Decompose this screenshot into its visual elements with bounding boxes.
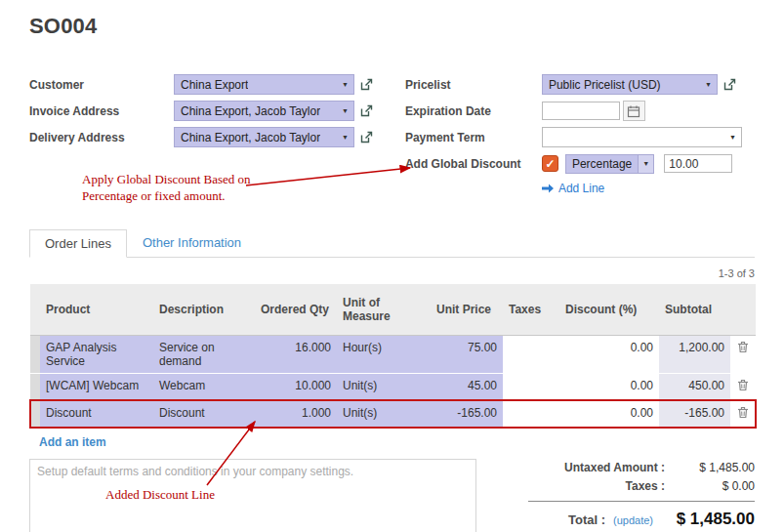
field-payment-term: Payment Term ▼ (405, 127, 755, 147)
delivery-address-value: China Export, Jacob Taylor (181, 131, 320, 144)
invoice-address-select[interactable]: China Export, Jacob Taylor ▼ (174, 101, 354, 121)
add-line-button[interactable]: Add Line (542, 182, 604, 195)
cell-taxes[interactable] (503, 400, 559, 428)
cell-uom[interactable]: Unit(s) (337, 400, 431, 428)
global-discount-label: Add Global Discount (405, 157, 542, 171)
tab-order-lines[interactable]: Order Lines (29, 229, 127, 258)
drag-handle[interactable] (30, 374, 40, 401)
cell-description[interactable]: Webcam (153, 374, 255, 401)
total-row: Total : (update) $ 1,485.00 (528, 510, 755, 529)
delivery-address-select[interactable]: China Export, Jacob Taylor ▼ (174, 127, 354, 147)
totals-panel: Untaxed Amount : $ 1,485.00 Taxes : $ 0.… (528, 459, 755, 532)
col-product[interactable]: Product (40, 284, 153, 336)
cell-discount[interactable]: 0.00 (559, 374, 659, 401)
cell-description[interactable]: Service on demand (153, 336, 255, 374)
cell-qty[interactable]: 16.000 (255, 336, 337, 374)
chevron-down-icon: ▼ (342, 134, 349, 141)
cell-discount[interactable]: 0.00 (559, 336, 659, 374)
cell-discount[interactable]: 0.00 (559, 400, 659, 428)
form-left-column: Customer China Export ▼ Invoice Address … (29, 74, 386, 195)
table-row-discount: Discount Discount 1.000 Unit(s) -165.00 … (30, 400, 756, 428)
drag-handle[interactable] (30, 336, 40, 374)
delete-row-icon[interactable] (730, 400, 756, 428)
order-lines-table: Product Description Ordered Qty Unit of … (29, 284, 757, 429)
cell-price[interactable]: -165.00 (431, 400, 503, 428)
col-unit-of-measure[interactable]: Unit of Measure (337, 284, 431, 336)
cell-uom[interactable]: Unit(s) (337, 374, 431, 401)
external-link-icon[interactable] (722, 77, 737, 92)
total-value: $ 1,485.00 (661, 510, 755, 529)
col-subtotal[interactable]: Subtotal (659, 284, 730, 336)
cell-subtotal[interactable]: 450.00 (659, 374, 730, 401)
untaxed-amount-value: $ 1,485.00 (665, 461, 755, 474)
chevron-down-icon: ▼ (639, 154, 654, 174)
expiration-date-label: Expiration Date (405, 104, 542, 118)
notebook-tabs: Order Lines Other Information (29, 228, 755, 258)
cell-taxes[interactable] (503, 374, 559, 401)
chevron-down-icon: ▼ (705, 81, 712, 88)
add-an-item-link[interactable]: Add an item (39, 435, 106, 449)
expiration-date-input[interactable] (542, 102, 620, 120)
global-discount-checkbox[interactable]: ✓ (542, 155, 558, 172)
cell-price[interactable]: 75.00 (431, 336, 503, 374)
update-link[interactable]: (update) (613, 514, 653, 526)
col-taxes[interactable]: Taxes (503, 284, 559, 336)
cell-subtotal[interactable]: 1,200.00 (659, 336, 730, 374)
untaxed-amount-row: Untaxed Amount : $ 1,485.00 (528, 461, 755, 474)
terms-notes-textarea[interactable] (29, 459, 476, 532)
tab-other-information[interactable]: Other Information (127, 228, 257, 257)
add-line-row: Add Line (405, 182, 755, 195)
cell-subtotal[interactable]: -165.00 (659, 400, 730, 428)
delete-row-icon[interactable] (730, 336, 756, 374)
col-description[interactable]: Description (153, 284, 255, 336)
calendar-icon[interactable] (623, 101, 645, 121)
bottom-section: Untaxed Amount : $ 1,485.00 Taxes : $ 0.… (29, 459, 755, 532)
add-line-label: Add Line (558, 182, 604, 195)
cell-qty[interactable]: 10.000 (255, 374, 337, 401)
taxes-value: $ 0.00 (665, 479, 755, 493)
invoice-address-label: Invoice Address (29, 104, 174, 118)
pricelist-select[interactable]: Public Pricelist (USD) ▼ (542, 74, 718, 95)
discount-type-select[interactable]: Percentage ▼ (565, 154, 654, 174)
external-link-icon[interactable] (359, 77, 374, 92)
col-discount[interactable]: Discount (%) (559, 284, 659, 336)
pricelist-value: Public Pricelist (USD) (549, 78, 661, 92)
table-row: [WCAM] Webcam Webcam 10.000 Unit(s) 45.0… (30, 374, 756, 401)
cell-description[interactable]: Discount (153, 400, 255, 428)
customer-label: Customer (29, 78, 174, 92)
delivery-address-label: Delivery Address (29, 131, 174, 144)
delete-row-icon[interactable] (730, 374, 756, 401)
pager: 1-3 of 3 (29, 267, 755, 279)
total-label: Total : (568, 512, 605, 527)
cell-product[interactable]: GAP Analysis Service (40, 336, 153, 374)
payment-term-select[interactable]: ▼ (542, 127, 742, 147)
cell-qty[interactable]: 1.000 (255, 400, 337, 428)
cell-product[interactable]: [WCAM] Webcam (40, 374, 153, 401)
col-ordered-qty[interactable]: Ordered Qty (255, 284, 337, 336)
cell-price[interactable]: 45.00 (431, 374, 503, 401)
field-expiration-date: Expiration Date (405, 101, 755, 121)
invoice-address-value: China Export, Jacob Taylor (181, 104, 320, 118)
col-unit-price[interactable]: Unit Price (431, 284, 503, 336)
table-header-row: Product Description Ordered Qty Unit of … (30, 284, 756, 336)
pricelist-label: Pricelist (405, 78, 542, 92)
discount-amount-input[interactable] (664, 154, 732, 173)
field-delivery-address: Delivery Address China Export, Jacob Tay… (29, 127, 386, 147)
external-link-icon[interactable] (359, 130, 374, 144)
field-customer: Customer China Export ▼ (29, 74, 386, 95)
payment-term-label: Payment Term (405, 131, 542, 144)
external-link-icon[interactable] (359, 103, 374, 118)
customer-value: China Export (181, 78, 248, 92)
customer-select[interactable]: China Export ▼ (174, 74, 354, 95)
field-global-discount: Add Global Discount ✓ Percentage ▼ (405, 153, 755, 174)
taxes-row: Taxes : $ 0.00 (528, 479, 755, 493)
chevron-down-icon: ▼ (342, 81, 349, 88)
page-title: SO004 (29, 14, 755, 39)
untaxed-amount-label: Untaxed Amount : (564, 461, 665, 474)
col-actions (730, 284, 756, 336)
cell-taxes[interactable] (503, 336, 559, 374)
drag-handle[interactable] (30, 400, 40, 428)
cell-product[interactable]: Discount (40, 400, 153, 428)
cell-uom[interactable]: Hour(s) (337, 336, 431, 374)
taxes-label: Taxes : (626, 479, 665, 493)
